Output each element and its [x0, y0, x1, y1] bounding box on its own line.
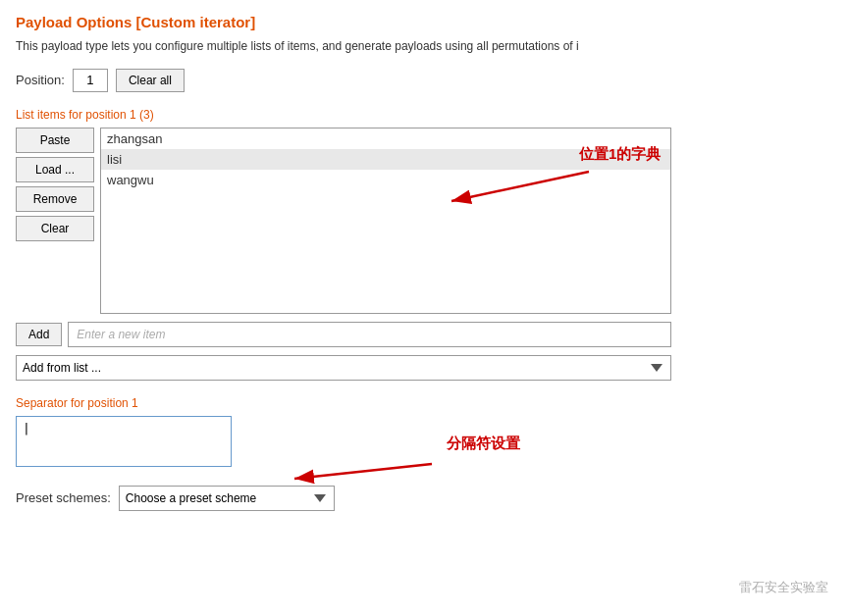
separator-annotation: 分隔符设置	[447, 435, 520, 453]
list-area: Paste Load ... Remove Clear zhangsan lis…	[16, 128, 671, 314]
page-title: Payload Options [Custom iterator]	[16, 14, 671, 30]
page-description: This payload type lets you configure mul…	[16, 38, 671, 55]
add-button[interactable]: Add	[16, 323, 62, 346]
svg-line-3	[294, 464, 432, 479]
add-row: Add	[16, 322, 671, 347]
watermark: 雷石安全实验室	[739, 579, 828, 596]
add-from-list-select[interactable]: Add from list ...	[16, 355, 671, 381]
paste-button[interactable]: Paste	[16, 128, 94, 153]
separator-arrow	[265, 449, 442, 498]
list-buttons: Paste Load ... Remove Clear	[16, 128, 94, 314]
main-container: Payload Options [Custom iterator] This p…	[0, 0, 687, 525]
separator-label: Separator for position 1	[16, 396, 671, 410]
position-label: Position:	[16, 73, 65, 87]
position-row: Position: Clear all	[16, 69, 671, 92]
load-button[interactable]: Load ...	[16, 157, 94, 182]
clear-button[interactable]: Clear	[16, 216, 94, 241]
list-annotation: 位置1的字典	[579, 145, 661, 164]
preset-label: Preset schemes:	[16, 490, 111, 505]
position-input[interactable]	[73, 69, 108, 92]
new-item-input[interactable]	[68, 322, 671, 347]
remove-button[interactable]: Remove	[16, 186, 94, 212]
list-section-label: List items for position 1 (3)	[16, 108, 671, 122]
separator-input[interactable]: |	[16, 416, 232, 467]
add-from-list-row: Add from list ...	[16, 355, 671, 381]
list-item[interactable]: wangwu	[101, 170, 670, 190]
clear-all-button[interactable]: Clear all	[116, 69, 185, 92]
